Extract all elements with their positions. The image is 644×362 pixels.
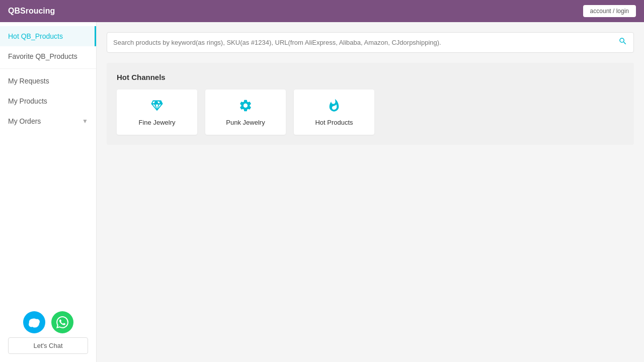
channel-card-hot-products[interactable]: Hot Products [294, 89, 374, 135]
hot-channels-title: Hot Channels [117, 73, 624, 81]
fine-jewelry-label: Fine Jewelry [139, 119, 176, 126]
hot-products-label: Hot Products [315, 119, 353, 126]
top-navigation: QBSroucing account / login [0, 0, 644, 22]
search-icon [618, 37, 627, 46]
whatsapp-chat-icon[interactable] [51, 311, 73, 333]
sidebar-item-my-requests[interactable]: My Requests [0, 71, 96, 91]
brand-logo: QBSroucing [8, 7, 55, 16]
sidebar: Hot QB_Products Favorite QB_Products My … [0, 22, 97, 362]
lets-chat-button[interactable]: Let's Chat [8, 337, 88, 354]
channel-card-fine-jewelry[interactable]: Fine Jewelry [117, 89, 197, 135]
chevron-down-icon: ▼ [82, 118, 88, 125]
sidebar-bottom-chat: Let's Chat [0, 303, 96, 362]
search-input[interactable] [113, 33, 618, 52]
chat-icons-row [23, 311, 73, 333]
user-account-button[interactable]: account / login [583, 5, 636, 17]
channel-card-punk-jewelry[interactable]: Punk Jewelry [205, 89, 286, 135]
sidebar-item-my-orders[interactable]: My Orders ▼ [0, 111, 96, 131]
content-area: Hot Channels Fine Jewelry [97, 22, 644, 362]
fire-icon [327, 99, 341, 115]
search-bar-wrapper [107, 32, 634, 53]
skype-chat-icon[interactable] [23, 311, 45, 333]
sidebar-item-my-products[interactable]: My Products [0, 91, 96, 111]
sidebar-item-hot-qb-products[interactable]: Hot QB_Products [0, 26, 96, 46]
hot-channels-section: Hot Channels Fine Jewelry [107, 63, 634, 145]
channels-grid: Fine Jewelry Punk Jewelry [117, 89, 624, 135]
punk-jewelry-label: Punk Jewelry [226, 119, 265, 126]
sidebar-divider [0, 68, 96, 69]
sidebar-item-favorite-qb-products[interactable]: Favorite QB_Products [0, 46, 96, 66]
search-button[interactable] [618, 37, 627, 48]
gear-icon [238, 99, 253, 115]
main-layout: Hot QB_Products Favorite QB_Products My … [0, 22, 644, 362]
diamond-icon [150, 99, 164, 115]
